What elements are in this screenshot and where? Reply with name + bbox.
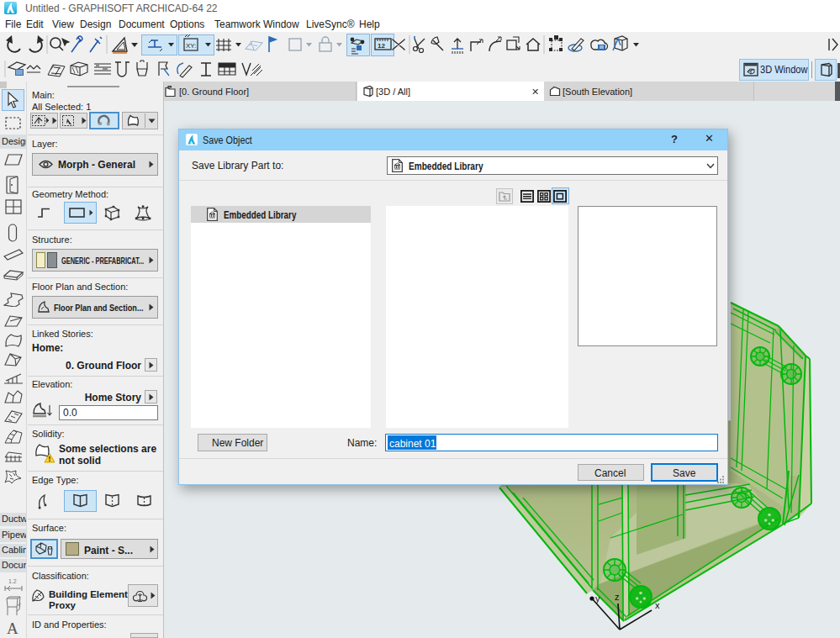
svg-text:y: y	[595, 593, 600, 604]
svg-text:x: x	[655, 600, 660, 610]
svg-text:z: z	[615, 592, 620, 602]
svg-text:XY:: XY:	[186, 42, 196, 50]
svg-text:12: 12	[378, 42, 385, 50]
